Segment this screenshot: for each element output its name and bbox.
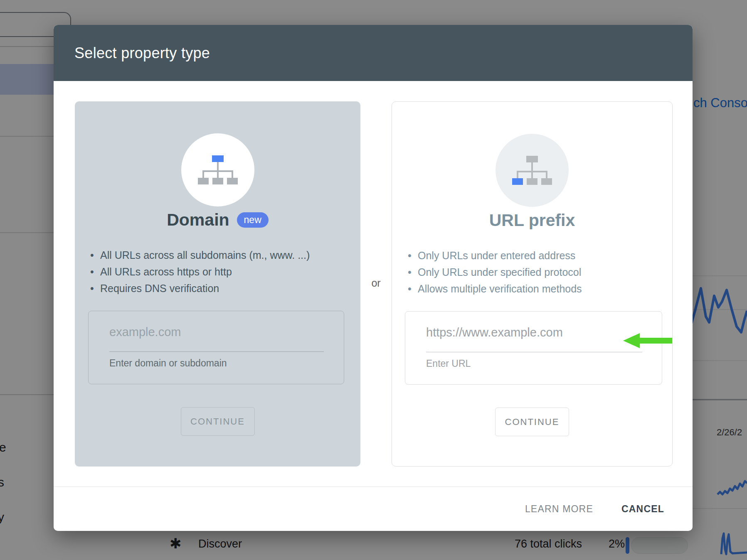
bullet-dot: •	[408, 280, 418, 297]
bullet-dot: •	[90, 280, 100, 297]
bullet-item: •All URLs across https or http	[90, 263, 360, 280]
bullet-dot: •	[408, 247, 418, 264]
url-prefix-card-title-row: URL prefix	[392, 208, 672, 232]
input-underline	[109, 351, 324, 352]
domain-card-title: Domain	[167, 210, 229, 230]
bullet-text: Allows multiple verification methods	[418, 280, 582, 297]
or-separator: or	[360, 277, 392, 289]
domain-sitemap-icon	[198, 155, 238, 184]
footer-divider	[54, 486, 693, 487]
bullet-item: •Only URLs under entered address	[408, 247, 672, 264]
bullet-item: •Requires DNS verification	[90, 280, 360, 297]
url-input-helper: Enter URL	[426, 358, 471, 369]
url-input[interactable]	[426, 326, 617, 339]
domain-continue-button[interactable]: CONTINUE	[181, 407, 255, 436]
bullet-item: •Only URLs under specified protocol	[408, 264, 672, 280]
url-prefix-icon-circle	[496, 134, 569, 207]
domain-card-bullets: •All URLs across all subdomains (m., www…	[75, 247, 360, 297]
cancel-button[interactable]: CANCEL	[619, 498, 667, 521]
dialog-footer: LEARN MORE CANCEL	[523, 498, 667, 521]
url-prefix-property-card[interactable]: URL prefix •Only URLs under entered addr…	[392, 101, 673, 467]
domain-input[interactable]	[109, 325, 301, 339]
learn-more-button[interactable]: LEARN MORE	[523, 498, 596, 521]
bullet-dot: •	[90, 247, 100, 263]
url-prefix-continue-button[interactable]: CONTINUE	[495, 408, 569, 436]
bullet-text: Requires DNS verification	[100, 280, 219, 297]
dialog-title: Select property type	[74, 44, 210, 62]
bullet-dot: •	[408, 264, 418, 280]
url-prefix-card-title: URL prefix	[489, 211, 575, 230]
url-prefix-sitemap-icon	[512, 156, 552, 185]
select-property-type-dialog: Select property type Domain new •All URL…	[54, 25, 693, 531]
input-underline	[426, 352, 642, 352]
bullet-dot: •	[90, 263, 100, 280]
green-pointer-arrow-icon	[623, 332, 673, 349]
domain-input-helper: Enter domain or subdomain	[109, 358, 227, 369]
domain-property-card[interactable]: Domain new •All URLs across all subdomai…	[75, 101, 360, 467]
bullet-text: Only URLs under specified protocol	[418, 264, 581, 280]
bullet-text: Only URLs under entered address	[418, 247, 575, 264]
bullet-item: •Allows multiple verification methods	[408, 280, 672, 297]
domain-icon-circle	[181, 133, 254, 206]
bullet-text: All URLs across https or http	[100, 263, 232, 280]
domain-card-title-row: Domain new	[75, 208, 360, 232]
bullet-item: •All URLs across all subdomains (m., www…	[90, 247, 360, 263]
url-prefix-card-bullets: •Only URLs under entered address •Only U…	[392, 247, 672, 297]
new-badge: new	[237, 212, 269, 228]
bullet-text: All URLs across all subdomains (m., www.…	[100, 247, 310, 263]
domain-input-box: Enter domain or subdomain	[88, 311, 344, 384]
dialog-header: Select property type	[54, 25, 693, 81]
